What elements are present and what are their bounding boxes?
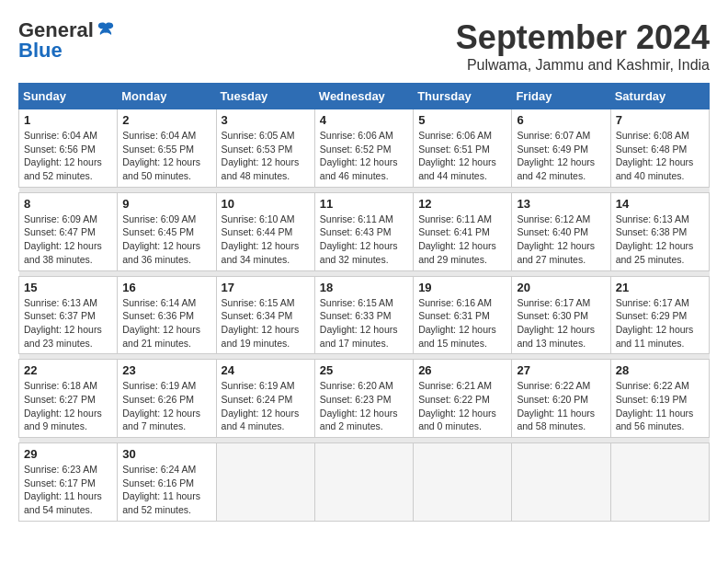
month-title: September 2024 <box>456 18 710 57</box>
calendar-cell: 24Sunrise: 6:19 AM Sunset: 6:24 PM Dayli… <box>216 360 314 438</box>
day-number: 22 <box>24 363 112 377</box>
calendar-cell: 17Sunrise: 6:15 AM Sunset: 6:34 PM Dayli… <box>216 276 314 354</box>
calendar-cell: 16Sunrise: 6:14 AM Sunset: 6:36 PM Dayli… <box>118 276 216 354</box>
day-info: Sunrise: 6:22 AM Sunset: 6:19 PM Dayligh… <box>616 379 704 433</box>
calendar-cell: 2Sunrise: 6:04 AM Sunset: 6:55 PM Daylig… <box>118 109 216 188</box>
day-info: Sunrise: 6:21 AM Sunset: 6:22 PM Dayligh… <box>418 379 506 433</box>
day-info: Sunrise: 6:24 AM Sunset: 6:16 PM Dayligh… <box>122 463 210 517</box>
weekday-header-row: SundayMondayTuesdayWednesdayThursdayFrid… <box>19 84 710 109</box>
calendar-cell <box>610 443 709 522</box>
day-number: 25 <box>320 363 408 377</box>
calendar-week-1: 1Sunrise: 6:04 AM Sunset: 6:56 PM Daylig… <box>19 109 710 188</box>
day-number: 13 <box>517 197 605 211</box>
day-number: 1 <box>24 113 112 127</box>
day-number: 7 <box>616 113 704 127</box>
calendar-cell: 29Sunrise: 6:23 AM Sunset: 6:17 PM Dayli… <box>19 443 118 522</box>
calendar-cell: 28Sunrise: 6:22 AM Sunset: 6:19 PM Dayli… <box>610 360 709 438</box>
day-info: Sunrise: 6:09 AM Sunset: 6:47 PM Dayligh… <box>24 213 112 267</box>
day-number: 6 <box>517 113 605 127</box>
day-info: Sunrise: 6:05 AM Sunset: 6:53 PM Dayligh… <box>222 129 310 183</box>
calendar-cell: 8Sunrise: 6:09 AM Sunset: 6:47 PM Daylig… <box>19 192 118 270</box>
day-info: Sunrise: 6:07 AM Sunset: 6:49 PM Dayligh… <box>517 129 605 183</box>
day-number: 21 <box>616 281 704 294</box>
day-number: 3 <box>222 113 310 127</box>
weekday-header-saturday: Saturday <box>610 84 709 109</box>
day-info: Sunrise: 6:20 AM Sunset: 6:23 PM Dayligh… <box>320 379 408 433</box>
calendar-week-5: 29Sunrise: 6:23 AM Sunset: 6:17 PM Dayli… <box>19 443 710 522</box>
calendar-cell: 9Sunrise: 6:09 AM Sunset: 6:45 PM Daylig… <box>118 192 216 270</box>
day-number: 14 <box>616 197 704 211</box>
weekday-header-friday: Friday <box>512 84 610 109</box>
day-number: 29 <box>24 447 112 461</box>
weekday-header-thursday: Thursday <box>414 84 512 109</box>
day-info: Sunrise: 6:04 AM Sunset: 6:56 PM Dayligh… <box>24 129 112 183</box>
calendar-cell: 6Sunrise: 6:07 AM Sunset: 6:49 PM Daylig… <box>512 109 610 188</box>
day-number: 8 <box>24 197 112 211</box>
day-info: Sunrise: 6:15 AM Sunset: 6:33 PM Dayligh… <box>320 296 408 350</box>
calendar-cell <box>414 443 512 522</box>
day-info: Sunrise: 6:11 AM Sunset: 6:43 PM Dayligh… <box>320 213 408 267</box>
day-number: 20 <box>517 281 605 294</box>
day-number: 17 <box>222 281 310 294</box>
logo: General Blue <box>18 18 116 63</box>
day-number: 18 <box>320 281 408 294</box>
day-number: 5 <box>418 113 506 127</box>
calendar-cell: 14Sunrise: 6:13 AM Sunset: 6:38 PM Dayli… <box>610 192 709 270</box>
calendar-week-4: 22Sunrise: 6:18 AM Sunset: 6:27 PM Dayli… <box>19 360 710 438</box>
calendar-cell: 20Sunrise: 6:17 AM Sunset: 6:30 PM Dayli… <box>512 276 610 354</box>
weekday-header-monday: Monday <box>118 84 216 109</box>
weekday-header-sunday: Sunday <box>19 84 118 109</box>
day-number: 30 <box>122 447 210 461</box>
day-number: 4 <box>320 113 408 127</box>
calendar-week-2: 8Sunrise: 6:09 AM Sunset: 6:47 PM Daylig… <box>19 192 710 270</box>
day-info: Sunrise: 6:06 AM Sunset: 6:52 PM Dayligh… <box>320 129 408 183</box>
day-info: Sunrise: 6:15 AM Sunset: 6:34 PM Dayligh… <box>222 296 310 350</box>
day-info: Sunrise: 6:06 AM Sunset: 6:51 PM Dayligh… <box>418 129 506 183</box>
calendar-cell: 26Sunrise: 6:21 AM Sunset: 6:22 PM Dayli… <box>414 360 512 438</box>
day-number: 2 <box>122 113 210 127</box>
calendar-cell <box>216 443 314 522</box>
logo-blue: Blue <box>18 39 63 63</box>
day-number: 10 <box>222 197 310 211</box>
calendar-cell: 27Sunrise: 6:22 AM Sunset: 6:20 PM Dayli… <box>512 360 610 438</box>
calendar-cell: 30Sunrise: 6:24 AM Sunset: 6:16 PM Dayli… <box>118 443 216 522</box>
day-number: 15 <box>24 281 112 294</box>
calendar-cell: 23Sunrise: 6:19 AM Sunset: 6:26 PM Dayli… <box>118 360 216 438</box>
calendar-cell: 11Sunrise: 6:11 AM Sunset: 6:43 PM Dayli… <box>314 192 413 270</box>
day-info: Sunrise: 6:19 AM Sunset: 6:24 PM Dayligh… <box>222 379 310 433</box>
day-info: Sunrise: 6:19 AM Sunset: 6:26 PM Dayligh… <box>122 379 210 433</box>
day-number: 19 <box>418 281 506 294</box>
day-number: 23 <box>122 363 210 377</box>
calendar-table: SundayMondayTuesdayWednesdayThursdayFrid… <box>18 83 710 522</box>
calendar-cell: 19Sunrise: 6:16 AM Sunset: 6:31 PM Dayli… <box>414 276 512 354</box>
calendar-cell: 25Sunrise: 6:20 AM Sunset: 6:23 PM Dayli… <box>314 360 413 438</box>
day-info: Sunrise: 6:10 AM Sunset: 6:44 PM Dayligh… <box>222 213 310 267</box>
calendar-week-3: 15Sunrise: 6:13 AM Sunset: 6:37 PM Dayli… <box>19 276 710 354</box>
header: General Blue September 2024 Pulwama, Jam… <box>18 18 710 74</box>
day-info: Sunrise: 6:09 AM Sunset: 6:45 PM Dayligh… <box>122 213 210 267</box>
day-info: Sunrise: 6:04 AM Sunset: 6:55 PM Dayligh… <box>122 129 210 183</box>
calendar-cell: 12Sunrise: 6:11 AM Sunset: 6:41 PM Dayli… <box>414 192 512 270</box>
location: Pulwama, Jammu and Kashmir, India <box>456 57 710 74</box>
day-number: 12 <box>418 197 506 211</box>
day-info: Sunrise: 6:23 AM Sunset: 6:17 PM Dayligh… <box>24 463 112 517</box>
day-number: 27 <box>517 363 605 377</box>
calendar-cell: 3Sunrise: 6:05 AM Sunset: 6:53 PM Daylig… <box>216 109 314 188</box>
day-number: 26 <box>418 363 506 377</box>
calendar-cell: 5Sunrise: 6:06 AM Sunset: 6:51 PM Daylig… <box>414 109 512 188</box>
day-number: 16 <box>122 281 210 294</box>
day-info: Sunrise: 6:14 AM Sunset: 6:36 PM Dayligh… <box>122 296 210 350</box>
calendar-cell: 1Sunrise: 6:04 AM Sunset: 6:56 PM Daylig… <box>19 109 118 188</box>
weekday-header-wednesday: Wednesday <box>314 84 413 109</box>
calendar-cell <box>314 443 413 522</box>
calendar-cell: 18Sunrise: 6:15 AM Sunset: 6:33 PM Dayli… <box>314 276 413 354</box>
day-number: 11 <box>320 197 408 211</box>
day-number: 24 <box>222 363 310 377</box>
day-info: Sunrise: 6:17 AM Sunset: 6:29 PM Dayligh… <box>616 296 704 350</box>
calendar-cell: 7Sunrise: 6:08 AM Sunset: 6:48 PM Daylig… <box>610 109 709 188</box>
calendar-cell: 13Sunrise: 6:12 AM Sunset: 6:40 PM Dayli… <box>512 192 610 270</box>
logo-bird-icon <box>96 20 116 40</box>
calendar-cell: 15Sunrise: 6:13 AM Sunset: 6:37 PM Dayli… <box>19 276 118 354</box>
calendar-cell: 22Sunrise: 6:18 AM Sunset: 6:27 PM Dayli… <box>19 360 118 438</box>
day-info: Sunrise: 6:11 AM Sunset: 6:41 PM Dayligh… <box>418 213 506 267</box>
